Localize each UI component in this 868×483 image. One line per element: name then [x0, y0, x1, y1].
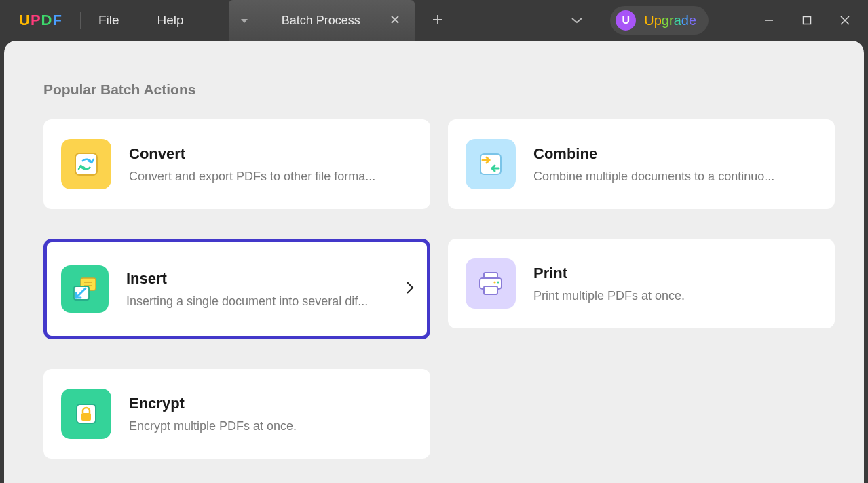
card-body: Insert Inserting a single document into …: [126, 270, 399, 309]
card-title: Convert: [129, 145, 414, 163]
card-body: Encrypt Encrypt multiple PDFs at once.: [129, 395, 414, 433]
insert-icon: [61, 265, 109, 313]
card-description: Encrypt multiple PDFs at once.: [129, 419, 414, 433]
chevron-right-icon: [406, 281, 414, 297]
svg-rect-1: [75, 153, 97, 175]
maximize-icon[interactable]: [797, 16, 816, 25]
upgrade-label: Upgrade: [644, 13, 696, 28]
svg-rect-2: [480, 154, 501, 174]
encrypt-icon: [61, 389, 111, 439]
menu-file[interactable]: File: [98, 13, 119, 28]
avatar: U: [616, 10, 636, 31]
window-close-icon[interactable]: [835, 15, 854, 26]
card-convert[interactable]: Convert Convert and export PDFs to other…: [43, 119, 430, 209]
app-logo: UPDF: [19, 12, 62, 29]
card-encrypt[interactable]: Encrypt Encrypt multiple PDFs at once.: [43, 369, 430, 459]
upgrade-button[interactable]: U Upgrade: [610, 6, 709, 35]
svg-rect-13: [81, 413, 91, 421]
svg-point-11: [497, 281, 499, 283]
combine-icon: [466, 139, 516, 189]
card-description: Combine multiple documents to a continuo…: [533, 170, 818, 184]
right-controls: U Upgrade: [571, 6, 854, 35]
tab-title: Batch Process: [282, 14, 360, 28]
close-icon[interactable]: [388, 14, 402, 28]
svg-rect-9: [484, 286, 497, 294]
card-combine[interactable]: Combine Combine multiple documents to a …: [448, 119, 835, 209]
content-area: Popular Batch Actions Convert Convert an…: [4, 41, 864, 483]
print-icon: [466, 258, 516, 309]
titlebar: UPDF File Help Batch Process U Upgrade: [0, 0, 868, 41]
card-title: Insert: [126, 270, 399, 288]
tab-batch-process[interactable]: Batch Process: [229, 0, 415, 41]
divider: [80, 12, 81, 29]
tab-dropdown-icon[interactable]: [241, 16, 248, 25]
card-description: Convert and export PDFs to other file fo…: [129, 170, 414, 184]
new-tab-button[interactable]: [432, 12, 443, 29]
menu-help[interactable]: Help: [157, 13, 184, 28]
card-description: Inserting a single document into several…: [126, 294, 399, 309]
card-body: Print Print multiple PDFs at once.: [533, 265, 818, 303]
card-body: Combine Combine multiple documents to a …: [533, 145, 818, 184]
convert-icon: [61, 139, 111, 189]
card-title: Combine: [533, 145, 818, 163]
minimize-icon[interactable]: [759, 15, 778, 26]
card-insert[interactable]: Insert Inserting a single document into …: [43, 239, 430, 339]
action-grid: Convert Convert and export PDFs to other…: [43, 119, 837, 459]
svg-point-10: [493, 281, 495, 283]
section-title: Popular Batch Actions: [43, 81, 837, 98]
svg-rect-0: [804, 17, 811, 24]
card-title: Print: [533, 265, 818, 282]
chevron-down-icon[interactable]: [571, 14, 583, 26]
card-body: Convert Convert and export PDFs to other…: [129, 145, 414, 184]
divider: [728, 12, 728, 29]
card-description: Print multiple PDFs at once.: [533, 289, 818, 303]
card-print[interactable]: Print Print multiple PDFs at once.: [448, 239, 835, 328]
card-title: Encrypt: [129, 395, 414, 412]
